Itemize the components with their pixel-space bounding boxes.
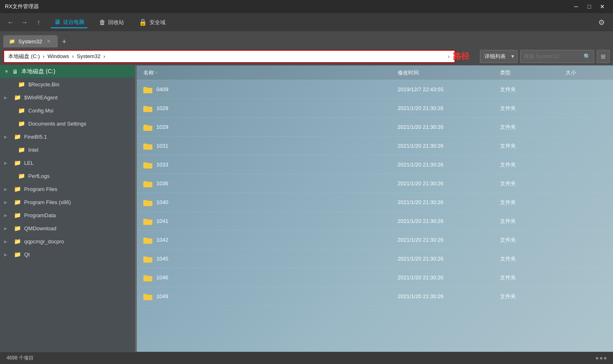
forward-button[interactable]: → xyxy=(19,17,30,28)
title-bar: RX文件管理器 ─ □ ✕ xyxy=(0,0,613,13)
folder-icon-row xyxy=(143,180,152,187)
sidebar-item-winreagent[interactable]: ▶ 📁 $WinREAgent xyxy=(0,91,135,104)
sidebar-item-recycle-bin[interactable]: 📁 $Recycle.Bin xyxy=(0,78,135,91)
path-section-label: 路径 xyxy=(453,51,469,62)
table-row[interactable]: 1041 2021/1/20 21:30:26 文件夹 xyxy=(137,212,613,231)
file-date: 2021/1/20 21:30:26 xyxy=(398,218,500,224)
expand-icon-program-files: ▶ xyxy=(4,187,11,191)
col-header-type[interactable]: 类型 xyxy=(500,69,565,76)
path-confirm-button[interactable]: › xyxy=(444,52,454,61)
sidebar-item-finebi[interactable]: ▶ 📁 FineBI5.1 xyxy=(0,130,135,143)
sidebar-label-winreagent: $WinREAgent xyxy=(24,94,58,101)
sidebar-label-qt: Qt xyxy=(24,252,30,258)
col-type-label: 类型 xyxy=(500,69,511,76)
svg-rect-3 xyxy=(143,87,147,89)
item-count: 4698 个项目 xyxy=(7,355,34,362)
svg-rect-47 xyxy=(143,294,147,296)
file-name-cell: 1033 xyxy=(143,161,398,169)
add-tab-button[interactable]: + xyxy=(59,36,70,47)
sidebar-label-lel: LEL xyxy=(24,160,34,166)
sidebar-item-program-files-x86[interactable]: ▶ 📁 Program Files (x86) xyxy=(0,195,135,209)
file-name-cell: 1031 xyxy=(143,142,398,150)
folder-icon-program-files: 📁 xyxy=(14,186,21,192)
table-row[interactable]: 0409 2019/12/7 22:43:55 文件夹 xyxy=(137,80,613,99)
table-row[interactable]: 1033 2021/1/20 21:30:26 文件夹 xyxy=(137,155,613,174)
file-type: 文件夹 xyxy=(500,218,565,225)
table-row[interactable]: 1040 2021/1/20 21:30:26 文件夹 xyxy=(137,193,613,212)
tab-folder-icon: 📁 xyxy=(9,38,15,44)
sidebar-label-recycle-bin: $Recycle.Bin xyxy=(28,81,59,88)
file-type: 文件夹 xyxy=(500,124,565,131)
minimize-button[interactable]: ─ xyxy=(570,2,582,11)
sidebar-item-program-files[interactable]: ▶ 📁 Program Files xyxy=(0,182,135,195)
col-header-name[interactable]: 名称 ↑ xyxy=(143,69,398,76)
sidebar-label-documents-settings: Documents and Settings xyxy=(28,121,86,127)
view-mode-select[interactable]: 详细列表 大图标 小图标 列表 xyxy=(480,50,518,63)
path-bar: › 路径 详细列表 大图标 小图标 列表 ▼ 🔍 ⊞ xyxy=(0,47,613,65)
file-list: 名称 ↑ 修改时间 类型 大小 0409 2019/12/7 22 xyxy=(137,65,613,352)
secure-icon: 🔒 xyxy=(139,18,147,26)
maximize-button[interactable]: □ xyxy=(584,2,595,11)
sidebar-item-perflogs[interactable]: 📁 PerfLogs xyxy=(0,169,135,182)
table-row[interactable]: 1036 2021/1/20 21:30:26 文件夹 xyxy=(137,174,613,193)
sidebar-item-lel[interactable]: ▶ 📁 LEL xyxy=(0,156,135,169)
file-date: 2021/1/20 21:30:26 xyxy=(398,124,500,130)
table-row[interactable]: 1045 2021/1/20 21:30:26 文件夹 xyxy=(137,249,613,268)
expand-icon-qmdownload: ▶ xyxy=(4,226,11,231)
sidebar-label-finebi: FineBI5.1 xyxy=(24,134,47,140)
status-bar: 4698 个项目 xyxy=(0,352,613,364)
recycle-icon: 🗑 xyxy=(99,19,106,26)
folder-icon-row xyxy=(143,274,152,281)
folder-icon-programdata: 📁 xyxy=(14,212,21,218)
file-type: 文件夹 xyxy=(500,161,565,169)
table-row[interactable]: 1049 2021/1/20 21:30:26 文件夹 xyxy=(137,287,613,306)
file-date: 2021/1/20 21:30:26 xyxy=(398,199,500,205)
up-button[interactable]: ↑ xyxy=(33,17,44,28)
sidebar-item-programdata[interactable]: ▶ 📁 ProgramData xyxy=(0,209,135,222)
sidebar-item-config-msi[interactable]: 📁 Config.Msi xyxy=(0,104,135,117)
sidebar-item-qqpcmgr[interactable]: ▶ 📁 qqpcmgr_docpro xyxy=(0,235,135,248)
settings-button[interactable]: ⚙ xyxy=(595,16,608,29)
svg-rect-39 xyxy=(143,256,147,258)
table-row[interactable]: 1042 2021/1/20 21:30:26 文件夹 xyxy=(137,231,613,249)
this-pc-link[interactable]: 🖥 这台电脑 xyxy=(51,17,88,28)
table-row[interactable]: 1029 2021/1/20 21:30:26 文件夹 xyxy=(137,118,613,137)
folder-icon-row xyxy=(143,199,152,206)
sidebar-item-documents-settings[interactable]: 📁 Documents and Settings xyxy=(0,117,135,130)
sidebar-root-item[interactable]: ▼ 🖥 本地磁盘 (C:) xyxy=(0,65,135,78)
sidebar-item-qt[interactable]: ▶ 📁 Qt xyxy=(0,248,135,261)
tab-system32[interactable]: 📁 System32 ✕ xyxy=(3,35,58,47)
path-input[interactable] xyxy=(3,50,455,63)
col-header-date[interactable]: 修改时间 xyxy=(398,69,500,76)
file-type: 文件夹 xyxy=(500,105,565,112)
table-row[interactable]: 1031 2021/1/20 21:30:26 文件夹 xyxy=(137,137,613,155)
file-name: 1040 xyxy=(156,199,168,205)
svg-rect-27 xyxy=(143,200,147,202)
recycle-label: 回收站 xyxy=(108,19,124,26)
sidebar-item-qmdownload[interactable]: ▶ 📁 QMDownload xyxy=(0,222,135,235)
table-row[interactable]: 1028 2021/1/20 21:30:26 文件夹 xyxy=(137,99,613,118)
file-name: 1033 xyxy=(156,162,168,168)
col-header-size[interactable]: 大小 xyxy=(565,69,606,76)
tab-close-button[interactable]: ✕ xyxy=(45,38,52,45)
close-button[interactable]: ✕ xyxy=(597,2,608,11)
table-row[interactable]: 1046 2021/1/20 21:30:26 文件夹 xyxy=(137,268,613,287)
back-button[interactable]: ← xyxy=(5,17,16,28)
recycle-link[interactable]: 🗑 回收站 xyxy=(96,17,127,28)
file-date: 2021/1/20 21:30:26 xyxy=(398,293,500,299)
svg-rect-11 xyxy=(143,125,147,126)
status-dot-1 xyxy=(596,357,598,360)
path-input-wrapper: › xyxy=(3,50,455,63)
search-input[interactable] xyxy=(524,53,581,59)
svg-rect-7 xyxy=(143,106,147,108)
secure-link[interactable]: 🔒 安全域 xyxy=(136,17,169,28)
file-date: 2021/1/20 21:30:26 xyxy=(398,256,500,262)
svg-rect-23 xyxy=(143,181,147,183)
sidebar-item-intel[interactable]: 📁 Intel xyxy=(0,143,135,156)
app-title: RX文件管理器 xyxy=(5,3,570,10)
svg-rect-19 xyxy=(143,162,147,164)
file-name: 1028 xyxy=(156,105,168,111)
toolbar-right: ⚙ xyxy=(595,16,608,29)
root-chevron-icon: ▼ xyxy=(4,69,9,74)
layout-button[interactable]: ⊞ xyxy=(597,50,610,63)
